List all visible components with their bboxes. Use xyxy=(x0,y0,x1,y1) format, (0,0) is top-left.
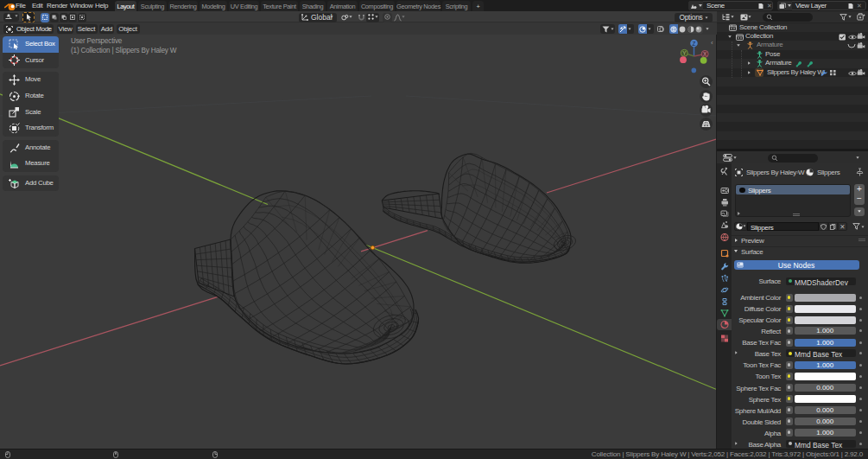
svg-text:Z: Z xyxy=(693,41,696,47)
